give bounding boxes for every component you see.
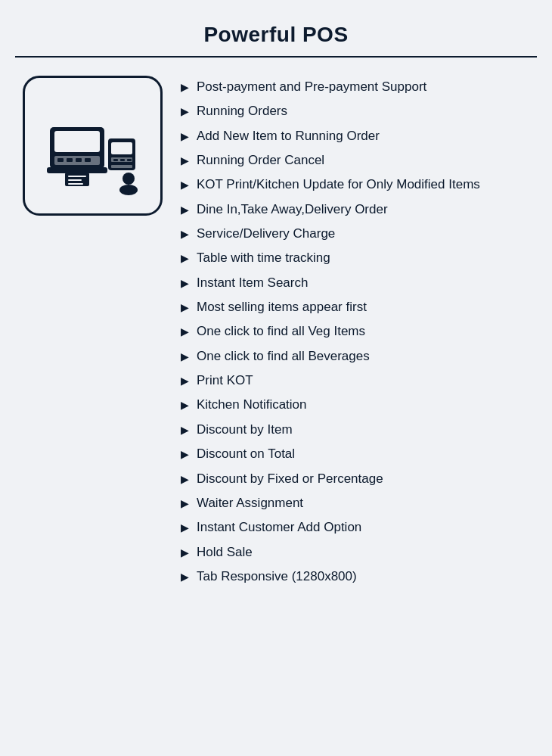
bullet-play-icon: ▶ (181, 226, 189, 243)
bullet-play-icon: ▶ (181, 202, 189, 219)
feature-text: Discount by Fixed or Percentage (197, 469, 383, 489)
bullet-play-icon: ▶ (181, 153, 189, 170)
feature-text: Service/Delivery Charge (197, 224, 335, 244)
feature-item: ▶Add New Item to Running Order (181, 125, 529, 148)
feature-item: ▶Instant Item Search (181, 272, 529, 294)
feature-text: One click to find all Veg Items (197, 322, 365, 341)
bullet-play-icon: ▶ (181, 471, 189, 488)
feature-item: ▶KOT Print/Kitchen Update for Only Modif… (181, 173, 529, 196)
bullet-play-icon: ▶ (181, 79, 189, 96)
feature-item: ▶Dine In,Take Away,Delivery Order (181, 198, 529, 221)
feature-text: Table with time tracking (197, 248, 330, 268)
content-area: ▶Post-payment and Pre-payment Support▶Ru… (15, 76, 537, 588)
bullet-play-icon: ▶ (181, 324, 189, 341)
feature-item: ▶Service/Delivery Charge (181, 222, 529, 245)
svg-rect-4 (67, 158, 73, 162)
svg-rect-11 (68, 183, 83, 185)
svg-rect-10 (68, 179, 82, 181)
bullet-play-icon: ▶ (181, 300, 189, 316)
bullet-play-icon: ▶ (181, 397, 189, 414)
bullet-play-icon: ▶ (181, 520, 189, 537)
feature-text: Kitchen Notification (197, 395, 307, 415)
feature-text: Tab Responsive (1280x800) (197, 567, 357, 586)
feature-item: ▶Discount by Item (181, 418, 529, 441)
bullet-play-icon: ▶ (181, 496, 189, 512)
feature-text: Hold Sale (197, 543, 253, 562)
feature-item: ▶Instant Customer Add Option (181, 516, 529, 539)
bullet-play-icon: ▶ (181, 129, 189, 145)
bullet-play-icon: ▶ (181, 177, 189, 194)
feature-item: ▶Waiter Assignment (181, 492, 529, 515)
svg-point-19 (122, 173, 135, 185)
feature-item: ▶Most selling items appear first (181, 296, 529, 319)
svg-rect-18 (111, 165, 132, 168)
feature-item: ▶Kitchen Notification (181, 394, 529, 416)
feature-text: KOT Print/Kitchen Update for Only Modifi… (197, 175, 480, 194)
bullet-play-icon: ▶ (181, 104, 189, 120)
feature-text: Dine In,Take Away,Delivery Order (197, 200, 388, 219)
feature-text: Instant Item Search (197, 273, 308, 293)
feature-text: Post-payment and Pre-payment Support (197, 77, 426, 97)
feature-text: Running Order Cancel (197, 151, 324, 170)
svg-rect-16 (120, 159, 125, 161)
page-title: Powerful POS (203, 23, 348, 47)
feature-text: Add New Item to Running Order (197, 126, 380, 146)
feature-item: ▶Hold Sale (181, 541, 529, 564)
feature-text: Print KOT (197, 371, 253, 390)
feature-text: Running Orders (197, 101, 287, 121)
bullet-play-icon: ▶ (181, 373, 189, 390)
svg-rect-17 (127, 159, 132, 161)
svg-rect-9 (68, 176, 86, 177)
svg-rect-13 (111, 142, 132, 154)
feature-item: ▶Tab Responsive (1280x800) (181, 565, 529, 588)
feature-item: ▶Post-payment and Pre-payment Support (181, 76, 529, 98)
feature-item: ▶Running Order Cancel (181, 149, 529, 172)
feature-text: Discount on Total (197, 444, 295, 464)
pos-icon-box (23, 76, 163, 216)
svg-point-20 (119, 185, 138, 195)
feature-text: Most selling items appear first (197, 297, 367, 317)
svg-rect-7 (47, 167, 107, 173)
svg-rect-3 (57, 158, 64, 162)
feature-text: One click to find all Beverages (197, 347, 370, 366)
feature-item: ▶Discount by Fixed or Percentage (181, 468, 529, 490)
pos-illustration-icon (44, 97, 142, 195)
bullet-play-icon: ▶ (181, 275, 189, 292)
feature-text: Instant Customer Add Option (197, 518, 361, 537)
feature-item: ▶One click to find all Beverages (181, 345, 529, 368)
svg-rect-6 (85, 158, 91, 162)
feature-item: ▶One click to find all Veg Items (181, 320, 529, 343)
feature-text: Waiter Assignment (197, 493, 303, 513)
svg-rect-5 (76, 158, 82, 162)
title-divider (15, 56, 537, 58)
bullet-play-icon: ▶ (181, 250, 189, 267)
features-list: ▶Post-payment and Pre-payment Support▶Ru… (181, 76, 529, 588)
feature-item: ▶Discount on Total (181, 443, 529, 465)
feature-item: ▶Table with time tracking (181, 247, 529, 269)
bullet-play-icon: ▶ (181, 446, 189, 463)
bullet-play-icon: ▶ (181, 569, 189, 586)
feature-item: ▶Running Orders (181, 100, 529, 123)
bullet-play-icon: ▶ (181, 349, 189, 366)
feature-text: Discount by Item (197, 420, 293, 440)
bullet-play-icon: ▶ (181, 545, 189, 562)
feature-item: ▶Print KOT (181, 369, 529, 392)
svg-rect-15 (113, 159, 118, 161)
bullet-play-icon: ▶ (181, 422, 189, 439)
svg-rect-1 (54, 131, 100, 152)
